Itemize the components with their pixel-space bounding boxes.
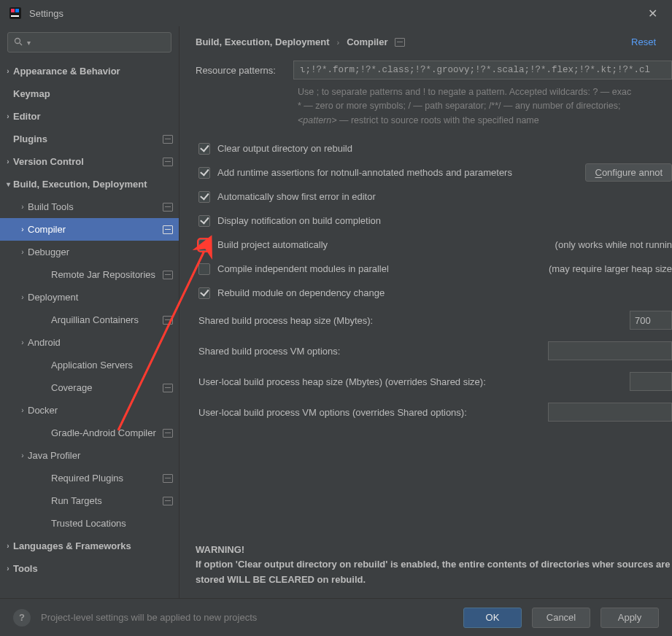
title-bar: Settings ✕ bbox=[0, 0, 672, 26]
runtime-assertions-label: Add runtime assertions for notnull-annot… bbox=[217, 167, 512, 178]
tree-item-debugger[interactable]: ›Debugger bbox=[0, 241, 179, 263]
tree-item-label: Arquillian Containers bbox=[51, 314, 163, 325]
chevron-right-icon: › bbox=[18, 338, 28, 346]
rebuild-on-dep-change-checkbox[interactable] bbox=[198, 287, 210, 299]
settings-content: Build, Execution, Deployment › Compiler … bbox=[179, 26, 672, 598]
rebuild-on-dep-change-label: Rebuild module on dependency change bbox=[217, 287, 385, 298]
tree-item-build-tools[interactable]: ›Build Tools bbox=[0, 195, 179, 218]
tree-item-plugins[interactable]: Plugins bbox=[0, 128, 179, 150]
resource-patterns-hint: Use ; to separate patterns and ! to nega… bbox=[196, 85, 672, 128]
tree-item-docker[interactable]: ›Docker bbox=[0, 399, 179, 422]
clear-output-checkbox[interactable] bbox=[198, 143, 210, 155]
help-icon[interactable]: ? bbox=[13, 609, 31, 627]
project-scope-icon bbox=[163, 384, 173, 392]
tree-item-keymap[interactable]: Keymap bbox=[0, 82, 179, 105]
chevron-right-icon: › bbox=[18, 293, 28, 301]
user-vm-options-input[interactable] bbox=[548, 403, 672, 422]
tree-item-label: Build, Execution, Deployment bbox=[13, 179, 173, 190]
tree-item-application-servers[interactable]: Application Servers bbox=[0, 354, 179, 376]
tree-item-label: Required Plugins bbox=[51, 473, 163, 484]
chevron-right-icon: › bbox=[18, 225, 28, 233]
tree-item-appearance-behavior[interactable]: ›Appearance & Behavior bbox=[0, 60, 179, 82]
configure-annotations-button[interactable]: Configure annot bbox=[585, 163, 672, 182]
tree-item-label: Languages & Frameworks bbox=[13, 540, 173, 551]
tree-item-label: Appearance & Behavior bbox=[13, 66, 173, 77]
settings-tree: ›Appearance & BehaviorKeymap›EditorPlugi… bbox=[0, 57, 179, 598]
tree-item-languages-frameworks[interactable]: ›Languages & Frameworks bbox=[0, 535, 179, 557]
project-scope-icon bbox=[395, 38, 405, 47]
shared-vm-options-input[interactable] bbox=[548, 341, 672, 360]
tree-item-label: Debugger bbox=[28, 247, 173, 257]
project-scope-icon bbox=[163, 203, 173, 212]
user-vm-options-label: User-local build process VM options (ove… bbox=[198, 407, 467, 418]
chevron-right-icon: › bbox=[18, 203, 28, 211]
tree-item-label: Java Profiler bbox=[28, 450, 173, 461]
tree-item-label: Trusted Locations bbox=[51, 518, 173, 529]
tree-item-android[interactable]: ›Android bbox=[0, 331, 179, 354]
tree-item-version-control[interactable]: ›Version Control bbox=[0, 150, 179, 173]
project-scope-icon bbox=[163, 474, 173, 483]
clear-output-label: Clear output directory on rebuild bbox=[217, 143, 352, 154]
breadcrumb-parent[interactable]: Build, Execution, Deployment bbox=[196, 36, 329, 47]
tree-item-coverage[interactable]: Coverage bbox=[0, 376, 179, 399]
compile-parallel-checkbox[interactable] bbox=[198, 263, 210, 275]
resource-patterns-label: Resource patterns: bbox=[196, 65, 293, 76]
tree-item-remote-jar-repositories[interactable]: Remote Jar Repositories bbox=[0, 263, 179, 286]
tree-item-label: Android bbox=[28, 337, 173, 348]
svg-rect-3 bbox=[11, 15, 19, 17]
project-scope-icon bbox=[163, 429, 173, 438]
chevron-down-icon: ▾ bbox=[3, 180, 13, 188]
reset-link[interactable]: Reset bbox=[631, 36, 656, 47]
chevron-right-icon: › bbox=[3, 112, 13, 120]
tree-item-java-profiler[interactable]: ›Java Profiler bbox=[0, 444, 179, 467]
cancel-button[interactable]: Cancel bbox=[532, 608, 590, 628]
tree-item-tools[interactable]: ›Tools bbox=[0, 557, 179, 580]
tree-item-compiler[interactable]: ›Compiler bbox=[0, 218, 179, 241]
tree-item-label: Version Control bbox=[13, 156, 163, 167]
tree-item-label: Gradle-Android Compiler bbox=[51, 427, 163, 438]
close-icon[interactable]: ✕ bbox=[642, 4, 663, 23]
tree-item-gradle-android-compiler[interactable]: Gradle-Android Compiler bbox=[0, 422, 179, 444]
compile-parallel-note: (may require larger heap size bbox=[534, 263, 672, 274]
tree-item-deployment[interactable]: ›Deployment bbox=[0, 286, 179, 309]
breadcrumb: Build, Execution, Deployment › Compiler … bbox=[179, 26, 672, 55]
svg-point-4 bbox=[15, 38, 20, 43]
shared-heap-input[interactable]: 700 bbox=[630, 311, 672, 330]
chevron-right-icon: › bbox=[18, 406, 28, 414]
footer-note: Project-level settings will be applied t… bbox=[41, 612, 257, 623]
project-scope-icon bbox=[163, 271, 173, 279]
tree-item-label: Compiler bbox=[28, 224, 163, 235]
tree-item-label: Run Targets bbox=[51, 495, 163, 506]
chevron-right-icon: › bbox=[3, 542, 13, 550]
search-icon bbox=[14, 37, 23, 48]
chevron-right-icon: › bbox=[3, 158, 13, 166]
show-first-error-label: Automatically show first error in editor bbox=[217, 191, 376, 202]
tree-item-required-plugins[interactable]: Required Plugins bbox=[0, 467, 179, 489]
runtime-assertions-checkbox[interactable] bbox=[198, 167, 210, 179]
tree-item-editor[interactable]: ›Editor bbox=[0, 105, 179, 128]
search-caret: ▾ bbox=[27, 39, 31, 47]
build-notification-checkbox[interactable] bbox=[198, 215, 210, 227]
tree-item-arquillian-containers[interactable]: Arquillian Containers bbox=[0, 309, 179, 331]
tree-item-trusted-locations[interactable]: Trusted Locations bbox=[0, 512, 179, 535]
app-logo-icon bbox=[9, 7, 22, 20]
tree-item-label: Editor bbox=[13, 111, 173, 122]
shared-heap-label: Shared build process heap size (Mbytes): bbox=[198, 315, 373, 326]
resource-patterns-input[interactable]: ι;!?*.form;!?*.class;!?*.groovy;!?*.scal… bbox=[293, 61, 672, 80]
user-heap-input[interactable] bbox=[630, 372, 672, 391]
tree-item-label: Coverage bbox=[51, 382, 163, 393]
apply-button[interactable]: Apply bbox=[600, 608, 659, 628]
search-input[interactable]: ▾ bbox=[7, 32, 171, 53]
project-scope-icon bbox=[163, 497, 173, 505]
show-first-error-checkbox[interactable] bbox=[198, 191, 210, 203]
project-scope-icon bbox=[163, 158, 173, 166]
tree-item-label: Keymap bbox=[13, 88, 173, 99]
tree-item-run-targets[interactable]: Run Targets bbox=[0, 489, 179, 512]
tree-item-build-execution-deployment[interactable]: ▾Build, Execution, Deployment bbox=[0, 173, 179, 195]
ok-button[interactable]: OK bbox=[463, 608, 522, 628]
tree-item-label: Deployment bbox=[28, 292, 173, 303]
build-automatically-checkbox[interactable] bbox=[198, 239, 210, 251]
chevron-right-icon: › bbox=[18, 248, 28, 256]
build-notification-label: Display notification on build completion bbox=[217, 215, 381, 226]
warning-block: WARNING! If option 'Clear output directo… bbox=[196, 543, 672, 598]
